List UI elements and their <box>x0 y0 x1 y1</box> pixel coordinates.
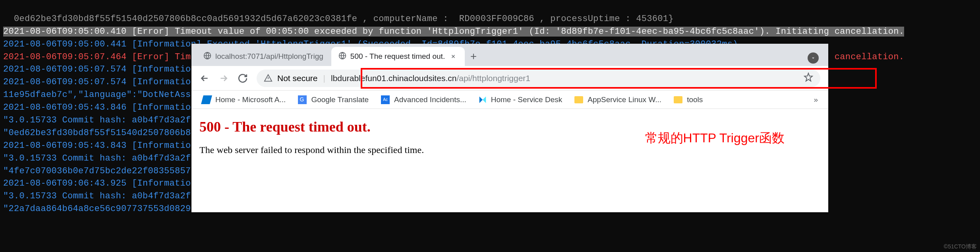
globe-icon <box>338 52 346 62</box>
not-secure-indicator[interactable]: Not secure <box>264 74 318 83</box>
tab-500-error[interactable]: 500 - The request timed out. <box>331 47 465 66</box>
forward-button[interactable] <box>215 70 232 87</box>
folder-icon <box>673 95 683 105</box>
bookmarks-overflow[interactable]: » <box>810 93 822 107</box>
bookmark-label: AppService Linux W... <box>588 95 661 104</box>
log-line: 0ed62be3fd30bd8f55f51540d2507806b8cc0ad5… <box>3 14 674 24</box>
globe-icon <box>203 52 211 62</box>
bookmarks-bar: Home - Microsoft A... Google Translate A… <box>191 91 828 109</box>
bookmark-label: Google Translate <box>311 95 369 104</box>
bookmark-label: tools <box>687 95 703 104</box>
tab-title: localhost:7071/api/HttplongTrigg <box>215 52 323 61</box>
bookmark-label: Home - Microsoft A... <box>215 95 286 104</box>
close-icon[interactable] <box>449 52 458 61</box>
bookmark-advanced-incidents[interactable]: Ac Advanced Incidents... <box>377 93 470 107</box>
warning-icon <box>264 74 273 83</box>
window-controls <box>808 52 823 64</box>
bookmark-label: Home - Service Desk <box>491 95 562 104</box>
reload-button[interactable] <box>234 70 251 87</box>
bookmark-star-icon[interactable] <box>804 72 813 84</box>
azure-icon <box>202 95 211 105</box>
tab-title: 500 - The request timed out. <box>350 52 445 61</box>
back-button[interactable] <box>196 70 213 87</box>
folder-icon <box>574 95 584 105</box>
acm-icon: Ac <box>381 95 390 105</box>
not-secure-label: Not secure <box>277 74 318 83</box>
bookmark-tools[interactable]: tools <box>669 93 707 107</box>
browser-window: localhost:7071/api/HttplongTrigg 500 - T… <box>191 44 828 212</box>
annotation-label: 常规的HTTP Trigger函数 <box>645 130 785 147</box>
watermark: ©51CTO博客 <box>944 243 977 250</box>
chevron-down-icon[interactable] <box>808 52 819 64</box>
tab-localhost[interactable]: localhost:7071/api/HttplongTrigg <box>196 47 331 66</box>
google-translate-icon <box>298 95 307 105</box>
service-desk-icon <box>478 95 487 104</box>
bookmark-label: Advanced Incidents... <box>394 95 466 104</box>
address-bar[interactable]: lbdurablefun01.chinacloudsites.cn/api/ht… <box>331 74 530 83</box>
bookmark-appservice[interactable]: AppService Linux W... <box>570 93 665 107</box>
tab-strip: localhost:7071/api/HttplongTrigg 500 - T… <box>191 44 828 66</box>
bookmark-google-translate[interactable]: Google Translate <box>294 93 373 107</box>
log-line-selected[interactable]: 2021-08-06T09:05:00.410 [Error] Timeout … <box>3 27 904 37</box>
bookmark-service-desk[interactable]: Home - Service Desk <box>474 93 566 107</box>
browser-toolbar: Not secure | lbdurablefun01.chinacloudsi… <box>191 66 828 91</box>
bookmark-azure[interactable]: Home - Microsoft A... <box>198 93 290 107</box>
new-tab-button[interactable] <box>466 48 481 64</box>
page-content: 500 - The request timed out. The web ser… <box>191 109 828 165</box>
